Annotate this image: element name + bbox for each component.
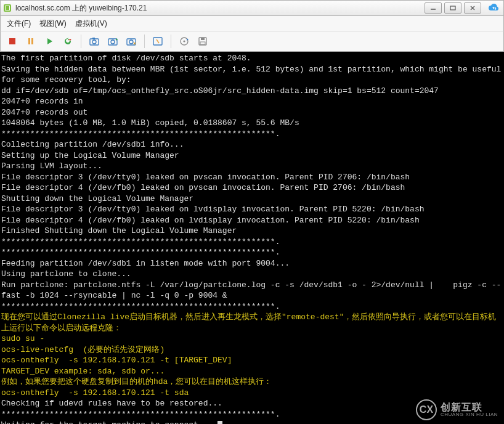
menu-view[interactable]: 视图(W)	[39, 18, 66, 29]
toolbar-separator	[81, 35, 81, 48]
close-button[interactable]	[464, 2, 481, 14]
pause-button[interactable]	[23, 33, 39, 49]
svg-rect-4	[450, 6, 455, 10]
menu-file[interactable]: 文件(F)	[7, 18, 31, 29]
svg-point-15	[111, 40, 115, 44]
fullscreen-icon[interactable]	[150, 33, 166, 49]
restart-button[interactable]	[60, 33, 76, 49]
minimize-button[interactable]	[425, 2, 442, 14]
watermark-brand-en: CHUANG XIN HU LIAN	[441, 412, 498, 417]
svg-point-20	[183, 40, 185, 42]
toolbar-separator	[144, 35, 145, 48]
menubar: 文件(F) 视图(W) 虚拟机(V)	[0, 16, 504, 31]
svg-rect-2	[6, 6, 9, 10]
stop-button[interactable]	[4, 33, 20, 49]
floppy-connect-icon[interactable]	[195, 33, 211, 49]
svg-rect-13	[92, 38, 95, 39]
cd-connect-icon[interactable]	[176, 33, 192, 49]
svg-rect-23	[200, 42, 205, 44]
snapshot-icon[interactable]	[86, 33, 102, 49]
toolbar-separator	[171, 35, 171, 48]
menu-vm[interactable]: 虚拟机(V)	[75, 18, 107, 29]
svg-rect-9	[31, 38, 33, 44]
window-buttons	[425, 2, 501, 14]
play-button[interactable]	[41, 33, 57, 49]
svg-rect-22	[201, 38, 205, 40]
maximize-button[interactable]	[444, 2, 461, 14]
svg-point-17	[129, 40, 133, 44]
cloud-sync-icon[interactable]	[487, 2, 501, 14]
snapshot-manager-icon[interactable]	[123, 33, 139, 49]
svg-point-12	[92, 40, 96, 44]
vsphere-icon	[3, 4, 12, 12]
snapshot-revert-icon[interactable]	[105, 33, 121, 49]
toolbar	[0, 31, 504, 52]
watermark-logo-icon: CX	[416, 399, 437, 420]
vm-console-terminal[interactable]: The first partition of disk /dev/sdb sta…	[0, 52, 504, 424]
svg-rect-8	[28, 38, 30, 44]
window-title: localhost.sc.com 上的 yuweibing-170.21	[15, 3, 147, 14]
watermark-brand-cn: 创新互联	[441, 402, 498, 412]
svg-rect-7	[9, 38, 15, 44]
window-titlebar: localhost.sc.com 上的 yuweibing-170.21	[0, 0, 504, 16]
svg-marker-10	[47, 38, 52, 44]
watermark: CX 创新互联 CHUANG XIN HU LIAN	[416, 399, 498, 420]
